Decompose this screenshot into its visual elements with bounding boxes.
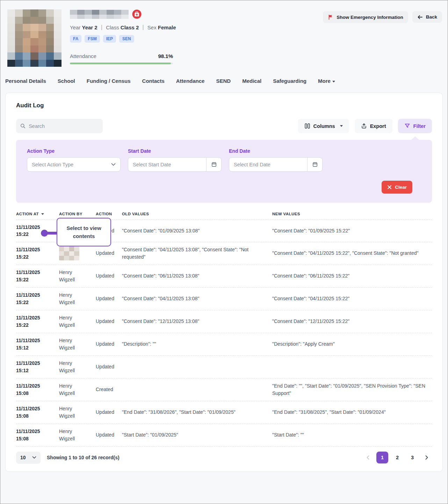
nav-tab-medical[interactable]: Medical (242, 78, 261, 84)
table-row[interactable]: 11/11/2025 15:22 Henry Wigzell Updated "… (16, 288, 432, 310)
clear-filters-button[interactable]: Clear (382, 181, 412, 194)
export-icon (361, 123, 367, 129)
meta-separator: | (101, 24, 102, 31)
filter-button[interactable]: Filter (398, 119, 432, 133)
clear-label: Clear (395, 185, 407, 190)
start-date-placeholder: Select Start Date (128, 162, 206, 167)
nav-tab-contacts[interactable]: Contacts (142, 78, 165, 84)
search-input-wrapper (16, 119, 103, 133)
chevron-down-icon (332, 81, 335, 82)
page-button-1[interactable]: 1 (376, 452, 388, 463)
attendance-progress-fill (70, 63, 171, 64)
page-button-3[interactable]: 3 (406, 452, 418, 463)
columns-icon (304, 123, 310, 129)
cell-new-values: "End Date": "31/08/2025", "Start Date": … (272, 409, 432, 416)
export-button[interactable]: Export (355, 119, 392, 133)
columns-button[interactable]: Columns (298, 119, 349, 133)
column-header-label: ACTION (96, 212, 112, 216)
cell-action-at: 11/11/2025 15:08 (16, 428, 59, 442)
nav-tab-funding-census[interactable]: Funding / Census (87, 78, 131, 84)
end-date-calendar-button[interactable] (307, 158, 322, 171)
nav-tab-send[interactable]: SEND (216, 78, 231, 84)
cell-action-by: Henry Wigzell (59, 360, 96, 374)
badge-sen: SEN (119, 35, 134, 43)
cell-new-values: "Consent Date": "04/11/2025 15:22" (272, 295, 432, 302)
cell-action-by: Henry Wigzell (59, 337, 96, 352)
column-header-label: NEW VALUES (272, 212, 300, 216)
cell-action: Updated (96, 295, 122, 302)
filter-panel: Action Type Select Action Type Start Dat… (16, 140, 432, 203)
cell-action: Updated (96, 431, 122, 439)
cell-action: Created (96, 386, 122, 393)
student-photo (7, 9, 62, 67)
table-row[interactable]: 11/11/2025 15:12 Henry Wigzell Updated (16, 356, 432, 379)
start-date-label: Start Date (128, 148, 222, 154)
nav-tab-safeguarding[interactable]: Safeguarding (273, 78, 306, 84)
cell-old-values: "Start Date": "01/09/2025" (122, 431, 272, 439)
column-header-action[interactable]: ACTION (96, 212, 122, 216)
start-date-calendar-button[interactable] (206, 158, 221, 171)
table-row[interactable]: 11/11/2025 15:22 Henry Wigzell Updated "… (16, 265, 432, 288)
cell-old-values: "Description": "" (122, 340, 272, 348)
cell-new-values: "Consent Date": "01/09/2025 15:22" (272, 227, 432, 235)
nav-tab-more[interactable]: More (318, 78, 335, 84)
record-nav-tabs: Personal DetailsSchoolFunding / CensusCo… (5, 78, 448, 84)
cell-action-by: Henry Wigzell (59, 291, 96, 306)
pagination: 123 (363, 452, 432, 463)
tooltip-anchor-dot (41, 230, 48, 237)
table-row[interactable]: 11/11/2025 15:08 Henry Wigzell Updated "… (16, 424, 432, 447)
next-page-button[interactable] (421, 452, 432, 463)
close-icon (387, 185, 392, 189)
cell-new-values: "Consent Date": "12/11/2025 15:22" (272, 318, 432, 325)
start-date-input[interactable]: Select Start Date (128, 157, 222, 172)
page-size-select[interactable]: 10 (16, 452, 41, 464)
cell-new-values: "End Date": "", "Start Date": "01/09/202… (272, 382, 432, 397)
nav-tab-personal-details[interactable]: Personal Details (5, 78, 46, 84)
table-row[interactable]: 11/11/2025 15:08 Henry Wigzell Created "… (16, 379, 432, 401)
nav-tab-attendance[interactable]: Attendance (176, 78, 205, 84)
search-input[interactable] (29, 123, 99, 129)
attendance-progress-track (70, 63, 173, 64)
table-row[interactable]: 11/11/2025 15:08 Henry Wigzell Updated "… (16, 401, 432, 424)
attendance-value: 98.1% (158, 53, 173, 59)
end-date-label: End Date (229, 148, 323, 154)
nav-tab-school[interactable]: School (58, 78, 75, 84)
show-emergency-information-button[interactable]: Show Emergency Information (323, 11, 408, 23)
end-date-input[interactable]: Select End Date (229, 157, 323, 172)
back-button[interactable]: Back (412, 11, 442, 23)
column-header-new-values[interactable]: NEW VALUES (272, 212, 432, 216)
cell-action: Updated (96, 363, 122, 370)
action-type-select[interactable]: Select Action Type (27, 157, 121, 172)
cell-action-by: Henry Wigzell (59, 382, 96, 397)
cell-new-values: "Description": "Apply Cream" (272, 340, 432, 348)
chevron-down-icon (107, 163, 120, 166)
column-header-label: OLD VALUES (122, 212, 149, 216)
search-icon (20, 123, 26, 129)
cell-old-values: "Consent Date": "12/11/2025 13:08" (122, 318, 272, 325)
sort-desc-icon (41, 213, 44, 215)
student-meta: Year Year 2 | Class Class 2 | Sex Female (70, 24, 176, 31)
cell-action-at: 11/11/2025 15:22 (16, 224, 59, 238)
column-header-old-values[interactable]: OLD VALUES (122, 212, 272, 216)
student-header: Year Year 2 | Class Class 2 | Sex Female… (0, 0, 448, 67)
column-header-action-by[interactable]: ACTION BY (59, 212, 96, 216)
student-badges: FAFSMIEPSEN (70, 35, 176, 43)
cell-action-at: 11/11/2025 15:22 (16, 314, 59, 329)
previous-page-button[interactable] (363, 452, 373, 463)
cell-old-values: "Consent Date": "06/11/2025 13:08" (122, 272, 272, 280)
action-type-label: Action Type (27, 148, 121, 154)
table-row[interactable]: 11/11/2025 15:12 Henry Wigzell Updated "… (16, 333, 432, 356)
chevron-right-icon (425, 455, 428, 460)
export-label: Export (370, 123, 386, 129)
tooltip-text: Select to view contents (62, 224, 106, 240)
cell-action-at: 11/11/2025 15:22 (16, 291, 59, 306)
page-button-2[interactable]: 2 (391, 452, 403, 463)
select-to-view-tooltip[interactable]: Select to view contents (57, 218, 111, 246)
table-row[interactable]: 11/11/2025 15:22 Henry Wigzell Updated "… (16, 310, 432, 333)
table-footer: 10 Showing 1 to 10 of 26 record(s) 123 (16, 452, 432, 464)
class-label: Class (106, 24, 119, 30)
column-header-action-at[interactable]: ACTION AT (16, 212, 59, 216)
pixelated-photo (7, 9, 62, 67)
calendar-icon (211, 162, 217, 167)
cell-action-by: Henry Wigzell (59, 428, 96, 442)
